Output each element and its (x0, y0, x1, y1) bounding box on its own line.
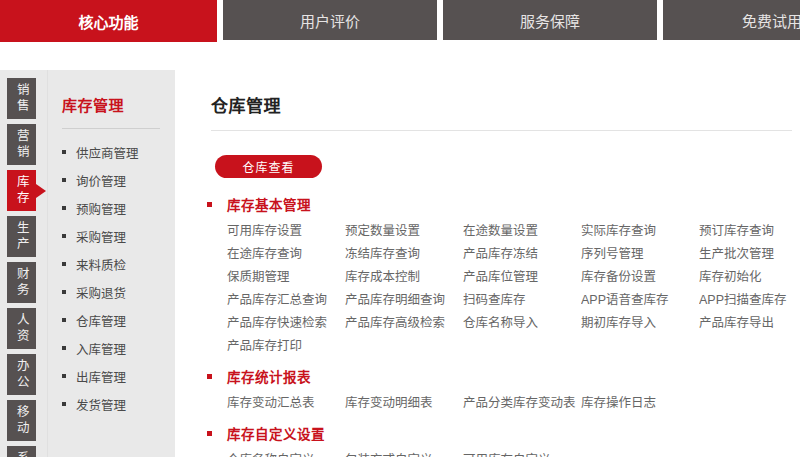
submenu-item-9[interactable]: 出库管理 (62, 362, 175, 390)
sidebar-module-4[interactable]: 生产 (7, 216, 36, 257)
submenu-item-1[interactable]: 供应商管理 (62, 138, 175, 166)
submenu-item-label: 询价管理 (76, 171, 126, 190)
module-sidebar: 销售营销库存生产财务人资办公移动系统 (0, 70, 48, 457)
nav-tab-3[interactable]: 服务保障 (443, 0, 657, 40)
feature-item: APP语音查库存 (581, 289, 699, 312)
feature-section-2: 库存统计报表库存变动汇总表库存变动明细表产品分类库存变动表库存操作日志 (207, 366, 792, 415)
submenu-panel: 库存管理 供应商管理询价管理预购管理采购管理来料质检采购退货仓库管理入库管理出库… (48, 70, 175, 457)
sidebar-module-label: 人资 (15, 313, 28, 344)
feature-item: 扫码查库存 (463, 289, 581, 312)
feature-item: 库存变动明细表 (345, 392, 463, 415)
sidebar-module-label: 生产 (15, 221, 28, 252)
submenu-item-label: 发货管理 (76, 395, 126, 414)
sidebar-module-9[interactable]: 系统 (7, 446, 36, 457)
feature-item: 产品库存导出 (699, 312, 800, 335)
submenu-item-label: 供应商管理 (76, 143, 139, 162)
submenu-item-4[interactable]: 采购管理 (62, 222, 175, 250)
feature-item: 序列号管理 (581, 243, 699, 266)
feature-item: 可用库存设置 (227, 220, 345, 243)
nav-tab-2[interactable]: 用户评价 (223, 0, 437, 40)
page-title: 仓库管理 (211, 92, 792, 117)
feature-sections: 库存基本管理可用库存设置预定数量设置在途数量设置实际库存查询预订库存查询在途库存… (207, 194, 792, 457)
bullet-icon (62, 318, 66, 322)
bullet-icon (207, 431, 212, 436)
feature-item: 产品库存冻结 (463, 243, 581, 266)
top-nav: 核心功能用户评价服务保障免费试用 (0, 0, 800, 42)
nav-tab-4[interactable]: 免费试用 (663, 0, 800, 40)
sidebar-module-3[interactable]: 库存 (7, 170, 36, 211)
submenu-item-label: 入库管理 (76, 339, 126, 358)
feature-section-3: 库存自定义设置仓库名称自定义包装方式自定义可用库存自定义 (207, 423, 792, 457)
submenu-item-8[interactable]: 入库管理 (62, 334, 175, 362)
feature-item: 预订库存查询 (699, 220, 800, 243)
feature-item: 产品库位管理 (463, 266, 581, 289)
bullet-icon (62, 234, 66, 238)
feature-item: 产品库存快速检索 (227, 312, 345, 335)
submenu-item-label: 仓库管理 (76, 311, 126, 330)
feature-item: 仓库名称导入 (463, 312, 581, 335)
section-heading-label: 库存统计报表 (227, 366, 311, 386)
submenu-list: 供应商管理询价管理预购管理采购管理来料质检采购退货仓库管理入库管理出库管理发货管… (62, 138, 175, 418)
feature-item: 库存变动汇总表 (227, 392, 345, 415)
feature-item: 期初库存导入 (581, 312, 699, 335)
submenu-item-5[interactable]: 来料质检 (62, 250, 175, 278)
feature-item: APP扫描查库存 (699, 289, 800, 312)
sidebar-module-label: 系统 (15, 451, 28, 457)
feature-item: 库存初始化 (699, 266, 800, 289)
nav-tab-1[interactable]: 核心功能 (0, 0, 217, 42)
sidebar-module-label: 财务 (15, 267, 28, 298)
bullet-icon (207, 374, 212, 379)
feature-grid: 可用库存设置预定数量设置在途数量设置实际库存查询预订库存查询在途库存查询冻结库存… (227, 220, 792, 358)
feature-grid: 仓库名称自定义包装方式自定义可用库存自定义 (227, 449, 792, 457)
bullet-icon (62, 346, 66, 350)
sidebar-module-8[interactable]: 移动 (7, 400, 36, 441)
feature-item: 可用库存自定义 (463, 449, 581, 457)
submenu-item-label: 来料质检 (76, 255, 126, 274)
sidebar-module-7[interactable]: 办公 (7, 354, 36, 395)
feature-item: 产品库存汇总查询 (227, 289, 345, 312)
feature-item: 冻结库存查询 (345, 243, 463, 266)
feature-item: 产品库存打印 (227, 335, 345, 358)
section-heading-label: 库存自定义设置 (227, 423, 325, 443)
submenu-item-6[interactable]: 采购退货 (62, 278, 175, 306)
sidebar-module-label: 库存 (15, 175, 28, 206)
sidebar-module-5[interactable]: 财务 (7, 262, 36, 303)
submenu-item-3[interactable]: 预购管理 (62, 194, 175, 222)
submenu-item-7[interactable]: 仓库管理 (62, 306, 175, 334)
section-heading: 库存自定义设置 (207, 423, 792, 443)
page-body: 销售营销库存生产财务人资办公移动系统 库存管理 供应商管理询价管理预购管理采购管… (0, 70, 800, 457)
feature-item: 仓库名称自定义 (227, 449, 345, 457)
warehouse-view-button[interactable]: 仓库查看 (215, 155, 322, 178)
bullet-icon (62, 178, 66, 182)
bullet-icon (207, 202, 212, 207)
feature-item: 库存成本控制 (345, 266, 463, 289)
bullet-icon (62, 374, 66, 378)
section-heading: 库存统计报表 (207, 366, 792, 386)
bullet-icon (62, 206, 66, 210)
main-panel: 仓库管理 仓库查看 库存基本管理可用库存设置预定数量设置在途数量设置实际库存查询… (183, 70, 800, 457)
sidebar-module-label: 办公 (15, 359, 28, 390)
feature-item: 在途库存查询 (227, 243, 345, 266)
bullet-icon (62, 290, 66, 294)
sidebar-module-label: 营销 (15, 129, 28, 160)
title-divider (211, 130, 792, 131)
section-heading: 库存基本管理 (207, 194, 792, 214)
feature-item: 实际库存查询 (581, 220, 699, 243)
feature-item: 产品库存明细查询 (345, 289, 463, 312)
feature-item: 库存备份设置 (581, 266, 699, 289)
submenu-item-2[interactable]: 询价管理 (62, 166, 175, 194)
feature-grid: 库存变动汇总表库存变动明细表产品分类库存变动表库存操作日志 (227, 392, 792, 415)
section-heading-label: 库存基本管理 (227, 194, 311, 214)
feature-item: 保质期管理 (227, 266, 345, 289)
feature-item: 产品分类库存变动表 (463, 392, 581, 415)
sidebar-module-2[interactable]: 营销 (7, 124, 36, 165)
bullet-icon (62, 150, 66, 154)
bullet-icon (62, 262, 66, 266)
sidebar-module-1[interactable]: 销售 (7, 78, 36, 119)
submenu-item-10[interactable]: 发货管理 (62, 390, 175, 418)
sidebar-module-6[interactable]: 人资 (7, 308, 36, 349)
feature-item: 预定数量设置 (345, 220, 463, 243)
bullet-icon (62, 402, 66, 406)
submenu-item-label: 出库管理 (76, 367, 126, 386)
sidebar-module-label: 销售 (15, 83, 28, 114)
